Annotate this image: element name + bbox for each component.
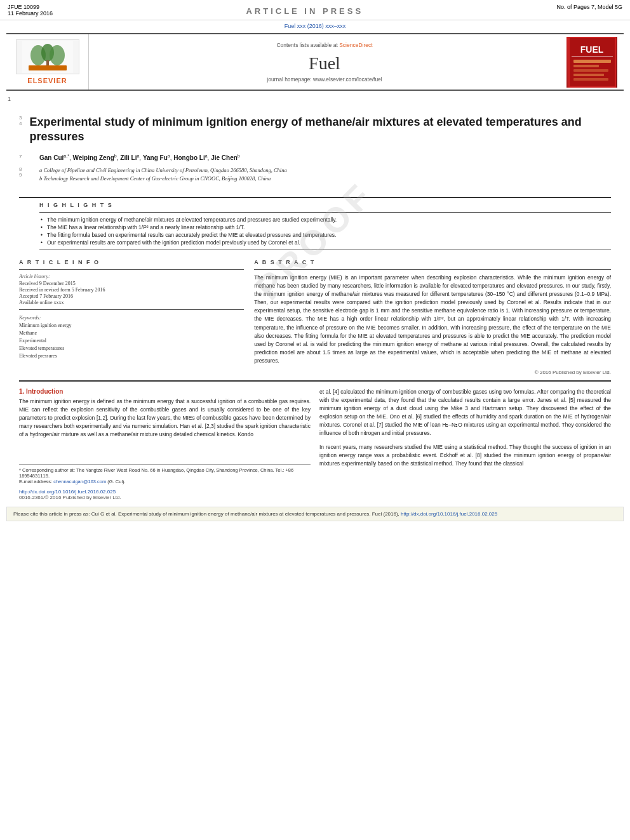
article-title: Experimental study of minimum ignition e… [29,115,611,145]
highlights-section: H I G H L I G H T S The minimum ignition… [19,202,611,254]
elsevier-logo-section: ELSEVIER [6,34,89,90]
affiliations: a College of Pipeline and Civil Engineer… [39,166,287,183]
doi-section: http://dx.doi.org/10.1016/j.fuel.2016.02… [19,488,311,500]
highlight-item-4: Our experimental results are compared wi… [39,239,611,246]
highlight-item-2: The MIE has a linear relationship with 1… [39,224,611,230]
received-date: Received 9 December 2015 [19,281,244,286]
accepted-date: Accepted 7 February 2016 [19,293,244,299]
footnote-section: * Corresponding author at: The Yangtze R… [19,464,311,484]
keyword-1: Minimum ignition energy [19,322,244,330]
svg-rect-11 [573,65,599,67]
svg-rect-14 [573,78,608,81]
section-divider-1 [19,197,611,198]
copyright-line: © 2016 Published by Elsevier Ltd. [254,370,611,375]
fuel-cover-image: FUEL [566,37,617,88]
journal-name: Fuel [102,53,547,74]
svg-rect-5 [29,65,67,70]
authors-line: Gan Cuia,*, Weiping Zengb, Zili Lia, Yan… [39,154,240,161]
highlight-item-3: The fitting formula based on experimenta… [39,232,611,238]
svg-rect-12 [573,69,608,72]
article-info-title: A R T I C L E I N F O [19,259,244,265]
highlights-title: H I G H L I G H T S [39,202,611,208]
citation-footer: Please cite this article in press as: Cu… [6,507,624,521]
article-title-section: 34 Experimental study of minimum ignitio… [19,102,611,194]
pages-model: No. of Pages 7, Model 5G [556,4,622,10]
history-label: Article history: [19,274,244,279]
journal-header: ELSEVIER Contents lists available at Sci… [6,33,624,91]
svg-rect-13 [573,74,604,76]
cite-line: Fuel xxx (2016) xxx–xxx [0,20,630,30]
intro-right-text: et al. [4] calculated the minimum igniti… [319,388,611,438]
journal-id-date: JFUE 10099 11 February 2016 [8,4,53,17]
journal-homepage: journal homepage: www.elsevier.com/locat… [102,76,547,83]
citation-footer-wrapper: Please cite this article in press as: Cu… [0,507,630,525]
highlights-list: The minimum ignition energy of methane/a… [39,217,611,246]
svg-rect-9 [572,56,613,57]
page-number: 1 [0,93,630,102]
top-header: JFUE 10099 11 February 2016 ARTICLE IN P… [0,0,630,20]
intro-left-text: The minimum ignition energy is defined a… [19,397,311,439]
doi-link[interactable]: http://dx.doi.org/10.1016/j.fuel.2016.02… [19,489,116,495]
fuel-cover-section: FUEL [560,34,624,90]
citation-doi-link[interactable]: http://dx.doi.org/10.1016/j.fuel.2016.02… [401,511,497,517]
svg-point-3 [50,45,65,65]
article-info-col: A R T I C L E I N F O Article history: R… [19,259,244,375]
svg-rect-10 [573,60,611,63]
abstract-title: A B S T R A C T [254,259,611,265]
body-right-col: et al. [4] calculated the minimum igniti… [319,388,611,501]
keyword-4: Elevated temperatures [19,345,244,352]
journal-id: JFUE 10099 [8,4,53,10]
info-abstract-section: A R T I C L E I N F O Article history: R… [19,259,611,375]
article-in-press-banner: ARTICLE IN PRESS [246,4,363,17]
issn-text: 0016-2361/© 2016 Published by Elsevier L… [19,495,311,500]
section-divider-2 [19,380,611,382]
main-content: 34 Experimental study of minimum ignitio… [0,102,630,500]
science-direct-line: Contents lists available at ScienceDirec… [102,42,547,48]
email-note: E-mail address: chennacuigan@163.com (G.… [19,479,311,484]
body-left-col: 1. Introduction The minimum ignition ene… [19,388,311,501]
email-link[interactable]: chennacuigan@163.com [53,479,106,484]
abstract-col: A B S T R A C T The minimum ignition ene… [254,259,611,375]
keyword-5: Elevated pressures [19,352,244,360]
intro-right-text-2: In recent years, many researchers studie… [319,443,611,469]
corresponding-author-note: * Corresponding author at: The Yangtze R… [19,467,311,479]
science-direct-link[interactable]: ScienceDirect [339,42,372,48]
content-wrapper: PROOF 1 34 Experimental study of minimum… [0,93,630,500]
body-content: 1. Introduction The minimum ignition ene… [19,388,611,501]
keywords-label: Keywords: [19,315,244,321]
highlight-item-1: The minimum ignition energy of methane/a… [39,217,611,223]
elsevier-brand: ELSEVIER [27,77,67,84]
header-date: 11 February 2016 [8,10,53,17]
highlights-bottom-divider [39,250,611,250]
keyword-3: Experimental [19,337,244,345]
journal-center: Contents lists available at ScienceDirec… [89,34,560,90]
available-date: Available online xxxx [19,300,244,305]
highlights-divider [39,212,611,213]
revised-date: Received in revised form 5 February 2016 [19,287,244,293]
svg-text:FUEL: FUEL [580,44,603,55]
elsevier-logo-box [16,39,79,74]
keyword-2: Methane [19,330,244,337]
intro-heading: 1. Introduction [19,388,311,395]
abstract-text: The minimum ignition energy (MIE) is an … [254,274,611,366]
